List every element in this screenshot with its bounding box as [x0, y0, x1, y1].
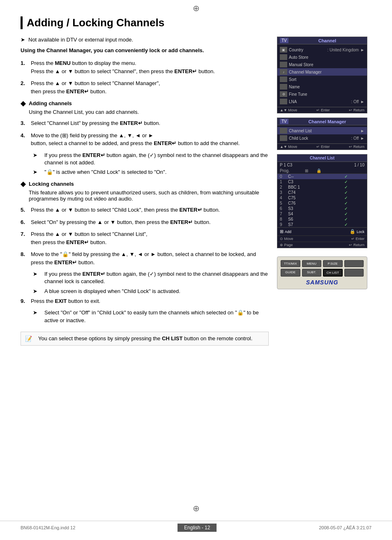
bullet-dot-locking: ◆ — [21, 180, 25, 188]
channel-panel-footer: ▲▼ Move ↵ Enter ↩ Return — [277, 107, 367, 113]
cl-footer-buttons: ⊞ Add 🔒 Lock — [277, 227, 367, 235]
arrow-icon-9: ➤ — [33, 309, 41, 324]
sub-note-4b: ➤ "🔒" is active when "Child Lock" is sel… — [33, 168, 269, 176]
sub-note-4a: ➤ If you press the ENTER↵ button again, … — [33, 152, 269, 166]
arrow-icon-8a: ➤ — [33, 270, 41, 285]
remote-btn-ttxmix[interactable]: TTX/MIX — [281, 260, 300, 267]
channel-footer-return: ↩ Return — [349, 108, 364, 112]
channel-footer-enter: ↵ Enter — [316, 108, 330, 112]
remote-buttons: TTX/MIX MENU P.SIZE GUIDE SUBT. CH LIST — [281, 260, 364, 277]
add-icon: ⊞ — [280, 229, 284, 234]
footer-center: English - 12 — [178, 524, 217, 532]
mgr-footer-move: ▲▼ Move — [280, 145, 297, 149]
channel-manager-footer: ▲▼ Move ↵ Enter ↩ Return — [277, 143, 367, 150]
remote-btn-menu[interactable]: MENU — [302, 260, 322, 267]
cl-nav-enter: ↵ Enter — [351, 237, 364, 241]
compass-bottom-icon: ⊕ — [193, 503, 200, 513]
page: ⊕ Adding / Locking Channels ➤ Not availa… — [0, 0, 392, 540]
step-3-num: 3. — [21, 119, 31, 127]
sub-note-8a: ➤ If you press the ENTER↵ button again, … — [33, 270, 269, 285]
step-8: 8. Move to the "🔒" field by pressing the… — [21, 250, 269, 266]
step-9: 9. Press the EXIT button to exit. — [21, 297, 269, 305]
remote-btn-guide[interactable]: GUIDE — [281, 269, 300, 277]
mgr-footer-enter: ↵ Enter — [316, 145, 330, 149]
intro-text: Using the Channel Manager, you can conve… — [21, 47, 269, 54]
cl-col-prog: Prog. — [280, 168, 300, 173]
bullet-locking-desc: This feature allows you to prevent unaut… — [29, 189, 269, 202]
remote-panel: TTX/MIX MENU P.SIZE GUIDE SUBT. CH LIST … — [277, 256, 367, 289]
arrow-icon-4a: ➤ — [33, 152, 41, 166]
page-title: Adding / Locking Channels — [21, 16, 371, 29]
step-3: 3. Select "Channel List" by pressing the… — [21, 119, 269, 127]
tv-icon-sound: ♪ — [280, 69, 287, 75]
step-4-num: 4. — [21, 132, 31, 148]
sub-note-8b: ➤ A blue screen is displayed when "Child… — [33, 288, 269, 295]
channel-manager-title: Channel Manager — [290, 119, 364, 124]
remote-btn-chlist[interactable]: CH LIST — [323, 269, 343, 277]
footer-right: 2008-05-07 ¿ÄËÄ 3:21:07 — [319, 525, 371, 530]
step-4: 4. Move to the (⊞) field by pressing the… — [21, 132, 269, 148]
tv-row-channelmgr: ♪ Channel Manager — [277, 68, 367, 76]
cl-header: Channel List — [277, 155, 367, 162]
step-5: 5. Press the ▲ or ▼ button to select "Ch… — [21, 206, 269, 214]
remote-btn-empty1 — [344, 260, 364, 267]
note-not-available: ➤ Not available in DTV or external input… — [21, 37, 269, 43]
cl-row-4: 4 C75 ✓ — [277, 195, 367, 201]
tv-row-name: Name — [277, 83, 367, 90]
cl-col-headers: Prog. ⊞ 🔒 — [277, 168, 367, 174]
tv-icon-empty1 — [280, 54, 287, 60]
remote-btn-empty2 — [344, 269, 364, 277]
arrow-icon-8b: ➤ — [33, 288, 41, 295]
cl-row-7: 7 S4 ✓ — [277, 211, 367, 217]
footer-left: BN68-01412M-Eng.indd 12 — [21, 525, 75, 530]
sub-note-9: ➤ Select "On" or "Off" in "Child Lock" t… — [33, 309, 269, 324]
tv-icon-empty5 — [280, 99, 287, 104]
step-8-num: 8. — [21, 250, 31, 266]
tv-icon-empty3 — [280, 76, 287, 82]
step-9-content: Press the EXIT button to exit. — [31, 297, 269, 305]
cl-lock-btn[interactable]: 🔒 Lock — [350, 229, 364, 234]
arrow-icon-note1: ➤ — [21, 37, 25, 43]
tv-row-autostore: Auto Store — [277, 53, 367, 61]
sub-note-4b-text: "🔒" is active when "Child Lock" is selec… — [44, 168, 166, 176]
cl-current: P 1 C3 — [280, 163, 292, 167]
samsung-logo: SAMSUNG — [281, 279, 364, 286]
step-5-content: Press the ▲ or ▼ button to select "Child… — [31, 206, 269, 214]
remote-btn-psize[interactable]: P.SIZE — [323, 260, 343, 267]
channel-panel-header: TV Channel — [277, 37, 367, 44]
cl-add-btn[interactable]: ⊞ Add — [280, 229, 291, 234]
sub-note-4a-text: If you press the ENTER↵ button again, th… — [44, 152, 269, 166]
remote-btn-subt[interactable]: SUBT. — [302, 269, 322, 277]
main-layout: ➤ Not available in DTV or external input… — [21, 37, 371, 346]
step-7-num: 7. — [21, 230, 31, 246]
channel-manager-body: Channel List ► Child Lock : Off ► — [277, 125, 367, 143]
cl-nav-return: ↩ Return — [349, 243, 364, 247]
step-3-content: Select "Channel List" by pressing the EN… — [31, 119, 269, 127]
sub-note-8a-text: If you press the ENTER↵ button again, th… — [44, 270, 269, 285]
step-1: 1. Press the MENU button to display the … — [21, 59, 269, 75]
step-4-content: Move to the (⊞) field by pressing the ▲,… — [31, 132, 269, 148]
step-6-content: Select "On" by pressing the ▲ or ▼ butto… — [31, 218, 269, 226]
tv-row-country: ▣ Country : United Kingdom ► — [277, 46, 367, 53]
cl-row-2: 2 BBC 1 ✓ — [277, 185, 367, 190]
step-1-content: Press the MENU button to display the men… — [31, 59, 269, 75]
cl-footer-nav2: ⊕ Page ↩ Return — [277, 242, 367, 248]
tv-row-manualstore: Manual Store — [277, 61, 367, 68]
bullet-locking: ◆ Locking channels This feature allows y… — [21, 180, 269, 202]
tv-icon-empty4 — [280, 84, 287, 90]
cl-title: Channel List — [280, 156, 364, 160]
tv-icon-childlock — [280, 135, 287, 141]
step-6-num: 6. — [21, 218, 31, 226]
cl-col-add: ⊞ — [300, 168, 313, 173]
left-column: ➤ Not available in DTV or external input… — [21, 37, 269, 346]
cl-nav-move: ⊙ Move — [280, 237, 293, 241]
cl-info-row: P 1 C3 1 / 10 — [277, 162, 367, 168]
channel-panel-body: ▣ Country : United Kingdom ► Auto Store … — [277, 44, 367, 107]
channel-list-panel: Channel List P 1 C3 1 / 10 Prog. ⊞ 🔒 0 C… — [277, 154, 367, 248]
cl-row-0: 0 C-- ✓ — [277, 174, 367, 179]
cl-row-8: 8 S6 ✓ — [277, 217, 367, 222]
tv-icon-pic: ▣ — [280, 47, 287, 53]
sub-note-8b-text: A blue screen is displayed when "Child L… — [44, 288, 180, 295]
channel-manager-header: TV Channel Manager — [277, 118, 367, 125]
step-1-num: 1. — [21, 59, 31, 75]
